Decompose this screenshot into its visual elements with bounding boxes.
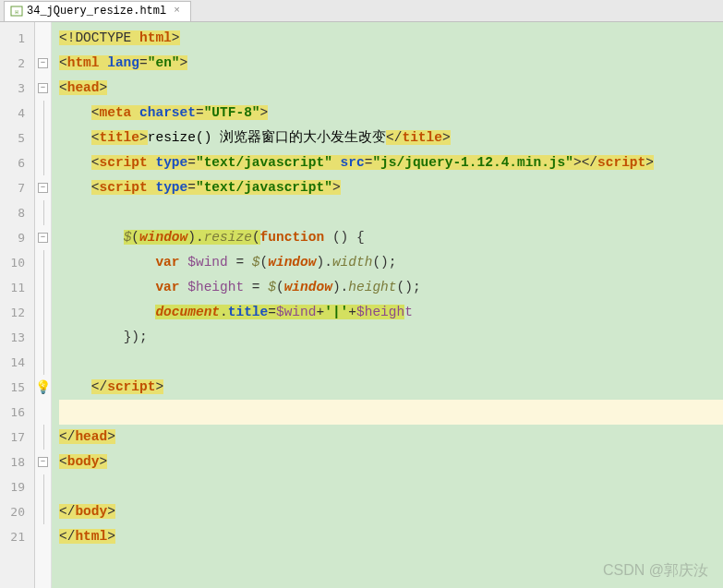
fold-gutter: − − − − 💡 −: [35, 22, 52, 588]
line-number[interactable]: 19: [0, 474, 34, 499]
code-line-current[interactable]: [59, 400, 723, 425]
html-file-icon: H: [10, 5, 23, 18]
line-number[interactable]: 9: [0, 225, 34, 250]
code-line[interactable]: </body>: [59, 499, 723, 524]
code-line[interactable]: <title>resize() 浏览器窗口的大小发生改变</title>: [59, 126, 723, 150]
line-number[interactable]: 21: [0, 524, 34, 549]
tab-filename: 34_jQuery_resize.html: [27, 5, 166, 18]
code-line[interactable]: [59, 200, 723, 225]
line-number[interactable]: 1: [0, 26, 34, 51]
code-line[interactable]: var $height = $(window).height();: [59, 275, 723, 300]
code-line[interactable]: <body>: [59, 450, 723, 474]
code-line[interactable]: <head>: [59, 76, 723, 101]
fold-toggle-icon[interactable]: −: [38, 83, 48, 93]
fold-toggle-icon[interactable]: −: [38, 58, 48, 68]
line-number[interactable]: 4: [0, 101, 34, 126]
code-line[interactable]: </html>: [59, 524, 723, 549]
line-number[interactable]: 18: [0, 450, 34, 474]
line-number[interactable]: 2: [0, 51, 34, 76]
fold-toggle-icon[interactable]: −: [38, 457, 48, 467]
line-number[interactable]: 20: [0, 499, 34, 524]
line-number[interactable]: 15: [0, 375, 34, 400]
svg-text:H: H: [15, 9, 18, 16]
line-number[interactable]: 10: [0, 250, 34, 275]
code-line[interactable]: });: [59, 325, 723, 350]
line-number[interactable]: 14: [0, 350, 34, 375]
code-line[interactable]: <html lang="en">: [59, 51, 723, 76]
line-number[interactable]: 11: [0, 275, 34, 300]
code-line[interactable]: [59, 474, 723, 499]
line-number[interactable]: 8: [0, 200, 34, 225]
line-number[interactable]: 5: [0, 126, 34, 150]
line-number[interactable]: 16: [0, 400, 34, 425]
tab-bar: H 34_jQuery_resize.html ×: [0, 0, 723, 22]
code-line[interactable]: [59, 350, 723, 375]
line-number[interactable]: 13: [0, 325, 34, 350]
code-line[interactable]: <meta charset="UTF-8">: [59, 101, 723, 126]
code-line[interactable]: <script type="text/javascript">: [59, 175, 723, 200]
close-icon[interactable]: ×: [174, 6, 185, 17]
line-number[interactable]: 12: [0, 300, 34, 325]
code-line[interactable]: </head>: [59, 425, 723, 450]
line-number-gutter: 1 2 3 4 5 6 7 8 9 10 11 12 13 14 15 16 1…: [0, 22, 35, 588]
code-line[interactable]: <!DOCTYPE html>: [59, 26, 723, 51]
line-number[interactable]: 6: [0, 150, 34, 175]
editor: 1 2 3 4 5 6 7 8 9 10 11 12 13 14 15 16 1…: [0, 22, 723, 588]
file-tab[interactable]: H 34_jQuery_resize.html ×: [4, 1, 191, 21]
code-line[interactable]: var $wind = $(window).width();: [59, 250, 723, 275]
code-line[interactable]: </script>: [59, 375, 723, 400]
bulb-icon[interactable]: 💡: [35, 379, 51, 395]
fold-toggle-icon[interactable]: −: [38, 183, 48, 193]
code-line[interactable]: document.title=$wind+'|'+$height: [59, 300, 723, 325]
line-number[interactable]: 7: [0, 175, 34, 200]
fold-toggle-icon[interactable]: −: [38, 233, 48, 243]
code-line[interactable]: <script type="text/javascript" src="js/j…: [59, 150, 723, 175]
code-line[interactable]: $(window).resize(function () {: [59, 225, 723, 250]
line-number[interactable]: 3: [0, 76, 34, 101]
code-area[interactable]: <!DOCTYPE html> <html lang="en"> <head> …: [52, 22, 723, 588]
line-number[interactable]: 17: [0, 425, 34, 450]
